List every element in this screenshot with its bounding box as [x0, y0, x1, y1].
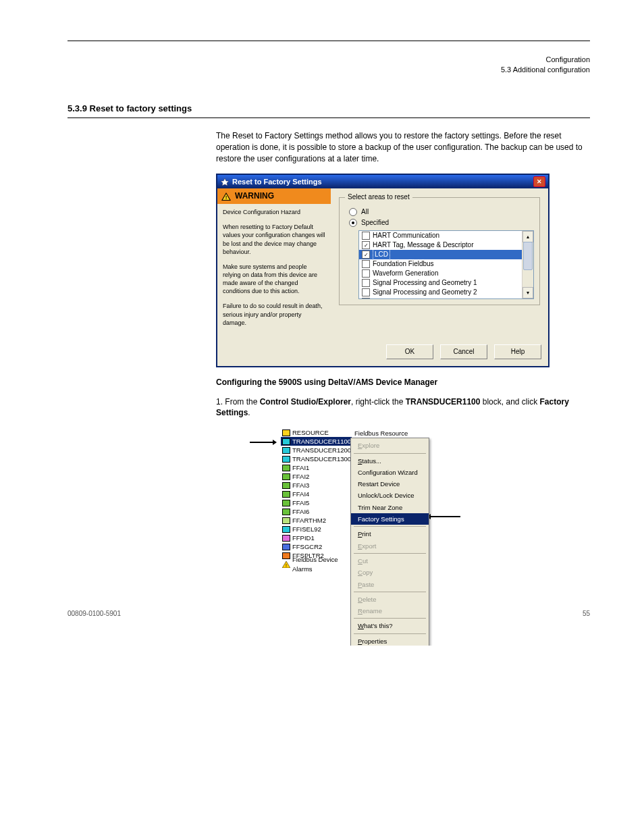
block-icon: [282, 482, 290, 489]
area-label: Signal Processing and Geometry 2: [373, 288, 477, 297]
menu-item[interactable]: Properties: [351, 635, 429, 646]
area-list-item[interactable]: Reserved (Echo 2): [359, 297, 522, 299]
block-icon: [282, 438, 290, 445]
area-list-item[interactable]: ✓HART Tag, Message & Descriptor: [359, 240, 522, 250]
tree-label: TRANSDUCER1100: [292, 437, 351, 446]
warning-p1: When resetting to Factory Default values…: [223, 223, 325, 256]
radio-all-row[interactable]: All: [349, 207, 534, 217]
menu-item[interactable]: What's this?: [351, 620, 429, 631]
tree-label: Fieldbus Device Alarms: [292, 555, 350, 573]
close-icon[interactable]: ✕: [533, 176, 545, 187]
scroll-down-icon[interactable]: ▾: [522, 287, 533, 298]
block-icon: [282, 491, 290, 498]
menu-item[interactable]: Status...: [351, 455, 429, 467]
tree-row[interactable]: FFAI6: [281, 507, 352, 516]
tree-row[interactable]: TRANSDUCER1300: [281, 454, 352, 463]
dialog-titlebar[interactable]: Reset to Factory Settings ✕: [217, 175, 548, 188]
area-list-item[interactable]: Foundation Fieldbus: [359, 259, 522, 269]
menu-item[interactable]: Print: [351, 528, 429, 540]
tree-row[interactable]: FFARTHM2: [281, 516, 352, 525]
radio-specified-row[interactable]: Specified: [349, 218, 534, 228]
radio-specified[interactable]: [349, 219, 357, 227]
tree-row[interactable]: TRANSDUCER1200: [281, 446, 352, 454]
menu-item[interactable]: Restart Device: [351, 478, 429, 490]
menu-item: Copy: [351, 567, 429, 578]
area-checkbox[interactable]: [362, 288, 370, 296]
tree-row[interactable]: RESOURCE: [281, 428, 352, 437]
scroll-thumb[interactable]: [523, 242, 533, 270]
menu-item[interactable]: Factory Settings: [351, 513, 429, 525]
area-checkbox[interactable]: ✓: [362, 241, 370, 249]
context-menu[interactable]: ExploreStatus...Configuration WizardRest…: [350, 438, 429, 646]
tree-row[interactable]: FFSGCR2: [281, 542, 352, 551]
area-list-item[interactable]: Waveform Generation: [359, 269, 522, 278]
area-checkbox[interactable]: [362, 298, 370, 299]
menu-item: Cut: [351, 555, 429, 567]
area-label: HART Communication: [373, 231, 439, 240]
area-list-item[interactable]: ✓LCD: [359, 250, 522, 259]
cancel-button[interactable]: Cancel: [440, 344, 487, 359]
scroll-up-icon[interactable]: ▴: [522, 231, 533, 242]
tree-row[interactable]: FFAI4: [281, 490, 352, 498]
intro-paragraph: The Reset to Factory Settings method all…: [216, 130, 590, 164]
svg-text:!: !: [286, 563, 287, 568]
reset-factory-settings-dialog: Reset to Factory Settings ✕ ! WARNING De…: [216, 174, 549, 367]
block-icon: [282, 465, 290, 471]
warning-p2: Make sure systems and people relying on …: [223, 263, 325, 296]
warning-triangle-icon: !: [221, 192, 231, 201]
tree-row[interactable]: FFAI1: [281, 463, 352, 472]
left-pointer-arrow: [250, 437, 277, 448]
area-label: Foundation Fieldbus: [373, 259, 434, 269]
areas-listbox[interactable]: HART Communication✓HART Tag, Message & D…: [358, 230, 534, 299]
area-checkbox[interactable]: [362, 269, 370, 278]
area-label: Reserved (Echo 2): [373, 297, 429, 299]
block-icon: [282, 517, 290, 524]
menu-item[interactable]: Trim Near Zone: [351, 502, 429, 513]
radio-all-label: All: [361, 207, 369, 217]
svg-marker-0: [221, 178, 229, 186]
tree-row[interactable]: FFAI3: [281, 481, 352, 490]
area-list-item[interactable]: HART Communication: [359, 231, 522, 240]
ok-button[interactable]: OK: [386, 344, 433, 359]
device-tree[interactable]: RESOURCETRANSDUCER1100TRANSDUCER1200TRAN…: [281, 428, 352, 569]
tree-label: TRANSDUCER1300: [292, 454, 351, 463]
area-checkbox[interactable]: ✓: [362, 251, 370, 259]
area-list-item[interactable]: Signal Processing and Geometry 2: [359, 288, 522, 297]
svg-marker-5: [273, 440, 277, 445]
tree-label: FFAI4: [292, 490, 309, 498]
tree-label: FFAI3: [292, 481, 309, 490]
tree-row[interactable]: FFPID1: [281, 533, 352, 542]
warning-heading: Device Configuration Hazard: [223, 208, 325, 216]
area-checkbox[interactable]: [362, 232, 370, 240]
area-checkbox[interactable]: [362, 279, 370, 287]
header-manual-section: Configuration: [68, 55, 590, 65]
radio-all[interactable]: [349, 208, 357, 216]
menu-item[interactable]: Configuration Wizard: [351, 467, 429, 478]
area-label: Waveform Generation: [373, 269, 438, 278]
svg-text:!: !: [225, 194, 227, 201]
step-1: 1. From the Control Studio/Explorer, rig…: [216, 396, 590, 419]
tree-label: FFAI6: [292, 507, 309, 516]
tree-row[interactable]: TRANSDUCER1100: [281, 437, 352, 446]
menu-separator: [354, 592, 426, 592]
tree-row[interactable]: !Fieldbus Device Alarms: [281, 560, 352, 569]
section-heading: 5.3.9 Reset to factory settings: [68, 103, 590, 115]
area-checkbox[interactable]: [362, 260, 370, 268]
listbox-scrollbar[interactable]: ▴ ▾: [522, 231, 533, 298]
area-list-item[interactable]: Signal Processing and Geometry 1: [359, 278, 522, 288]
menu-item[interactable]: Unlock/Lock Device: [351, 490, 429, 501]
help-button[interactable]: Help: [494, 344, 541, 359]
block-icon: [282, 552, 290, 559]
right-pointer-arrow: [427, 513, 460, 524]
block-icon: [282, 500, 290, 506]
block-icon: [282, 544, 290, 550]
block-icon: [282, 447, 290, 454]
tree-right-label: Fieldbus Resource: [352, 428, 419, 438]
tree-label: FFAI5: [292, 498, 309, 507]
tree-row[interactable]: FFAI2: [281, 472, 352, 481]
tree-row[interactable]: FFISEL92: [281, 525, 352, 533]
menu-item: Rename: [351, 605, 429, 617]
alarm-icon: !: [282, 561, 290, 568]
tree-row[interactable]: FFAI5: [281, 498, 352, 507]
config-heading: Configuring the 5900S using DeltaV/AMS D…: [216, 377, 437, 387]
